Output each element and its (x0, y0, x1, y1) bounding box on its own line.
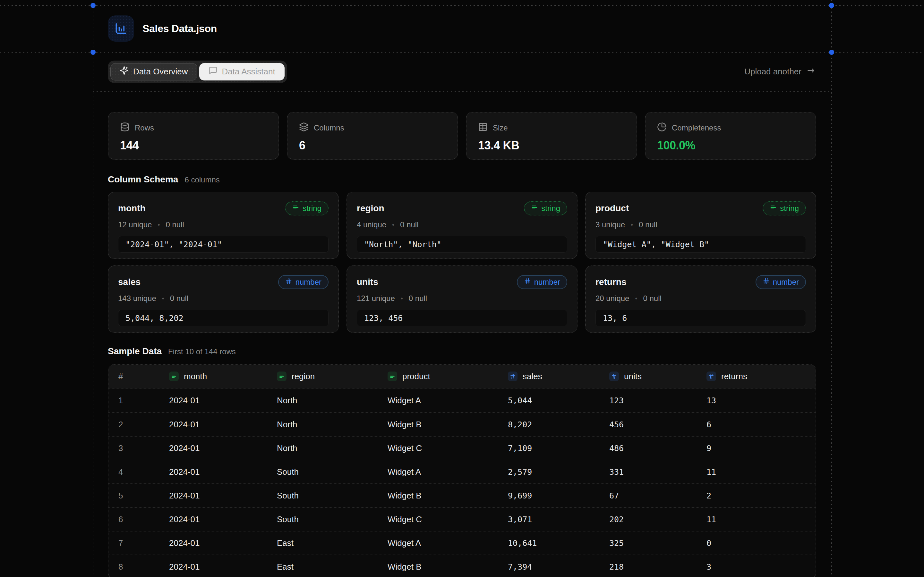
cell-units: 218 (609, 562, 706, 572)
type-label: number (534, 277, 560, 287)
cell-region: North (277, 443, 388, 453)
cell-product: Widget B (388, 491, 508, 501)
bar-chart-icon (108, 15, 134, 42)
cell-month: 2024-01 (169, 420, 277, 430)
stat-separator: • (401, 295, 403, 302)
unique-count: 12 unique (118, 220, 152, 229)
guide-dot-bottom-right (829, 50, 834, 55)
row-index: 2 (118, 420, 169, 430)
schema-card-product: product string 3 unique • 0 null "Widget… (585, 192, 816, 259)
upload-another-link[interactable]: Upload another (744, 66, 816, 77)
null-count: 0 null (409, 294, 427, 303)
cell-returns: 9 (706, 444, 816, 453)
cell-returns: 3 (706, 562, 816, 572)
schema-section-title: Column Schema (108, 174, 178, 185)
sample-values-box: "North", "North" (357, 236, 567, 253)
stat-label: Columns (314, 123, 344, 132)
cell-returns: 13 (706, 396, 816, 405)
stat-card-rows: Rows 144 (108, 112, 279, 160)
string-type-chip (277, 372, 286, 381)
stat-card-completeness: Completeness 100.0% (645, 112, 816, 160)
sample-section-title: Sample Data (108, 346, 162, 356)
unique-count: 3 unique (596, 220, 625, 229)
cell-region: East (277, 538, 388, 548)
schema-card-header: sales number (118, 275, 328, 289)
column-name: sales (118, 277, 141, 287)
cell-sales: 5,044 (508, 396, 609, 405)
stat-value: 6 (299, 139, 446, 152)
column-name: region (357, 203, 384, 213)
tab-label: Data Assistant (222, 67, 275, 77)
schema-card-sales: sales number 143 unique • 0 null 5,044, … (108, 266, 339, 333)
cell-month: 2024-01 (169, 562, 277, 572)
stat-card-header: Completeness (657, 122, 804, 134)
stat-label: Size (493, 123, 508, 132)
table-column-name: product (402, 372, 430, 382)
cell-units: 456 (609, 420, 706, 429)
tab-group: Data Overview Data Assistant (108, 61, 287, 83)
stat-value: 144 (120, 139, 267, 152)
unique-count: 121 unique (357, 294, 395, 303)
sample-values-box: 5,044, 8,202 (118, 309, 328, 326)
table-row: 22024-01NorthWidget B8,2024566 (108, 412, 816, 436)
stat-separator: • (392, 221, 394, 229)
type-badge: string (762, 201, 806, 215)
database-icon (120, 122, 129, 134)
cell-units: 325 (609, 538, 706, 548)
tab-data-assistant[interactable]: Data Assistant (199, 63, 284, 81)
string-type-chip (169, 372, 179, 381)
type-label: number (773, 277, 799, 287)
null-count: 0 null (166, 220, 184, 229)
sample-values: 123, 456 (364, 314, 403, 323)
table-row: 12024-01NorthWidget A5,04412313 (108, 388, 816, 412)
cell-returns: 2 (706, 491, 816, 500)
type-label: number (296, 277, 321, 287)
cell-returns: 11 (706, 467, 816, 477)
tab-data-overview[interactable]: Data Overview (110, 63, 197, 81)
sample-values: 5,044, 8,202 (126, 314, 184, 323)
table-header-row: # month region product sales units retur… (108, 365, 816, 388)
cell-units: 486 (609, 444, 706, 453)
table-column-name: month (184, 372, 207, 382)
row-index: 7 (118, 538, 169, 548)
guide-line-right (831, 0, 832, 577)
schema-card-month: month string 12 unique • 0 null "2024-01… (108, 192, 339, 259)
column-name: units (357, 277, 378, 287)
table-header-units: units (609, 372, 706, 382)
guide-dot-bottom-left (90, 50, 95, 55)
row-index: 1 (118, 396, 169, 406)
upload-another-label: Upload another (744, 67, 801, 77)
cell-sales: 3,071 (508, 515, 609, 524)
sample-values-box: "2024-01", "2024-01" (118, 236, 328, 253)
file-header: Sales Data.json (93, 5, 831, 52)
table-row: 42024-01SouthWidget A2,57933111 (108, 460, 816, 484)
sample-values: 13, 6 (603, 314, 627, 323)
column-stats: 3 unique • 0 null (596, 220, 806, 229)
cell-product: Widget A (388, 538, 508, 548)
arrow-right-icon (806, 66, 816, 77)
type-badge: string (524, 201, 567, 215)
align-icon (531, 204, 538, 213)
number-type-chip (706, 372, 716, 381)
cell-month: 2024-01 (169, 538, 277, 548)
cell-returns: 0 (706, 538, 816, 548)
table-column-name: returns (721, 372, 747, 382)
null-count: 0 null (639, 220, 657, 229)
schema-card-header: region string (357, 201, 567, 215)
table-header-returns: returns (706, 372, 816, 382)
cell-product: Widget C (388, 514, 508, 524)
cell-month: 2024-01 (169, 491, 277, 501)
table-header-product: product (388, 372, 508, 382)
column-stats: 143 unique • 0 null (118, 293, 328, 303)
cell-product: Widget A (388, 467, 508, 477)
cell-region: North (277, 396, 388, 406)
table-header-month: month (169, 372, 277, 382)
cell-month: 2024-01 (169, 514, 277, 524)
schema-section-subtitle: 6 columns (184, 175, 220, 184)
cell-region: South (277, 491, 388, 501)
null-count: 0 null (170, 294, 188, 303)
cell-product: Widget A (388, 396, 508, 406)
cell-product: Widget B (388, 420, 508, 430)
cell-returns: 6 (706, 420, 816, 429)
align-icon (292, 204, 299, 213)
